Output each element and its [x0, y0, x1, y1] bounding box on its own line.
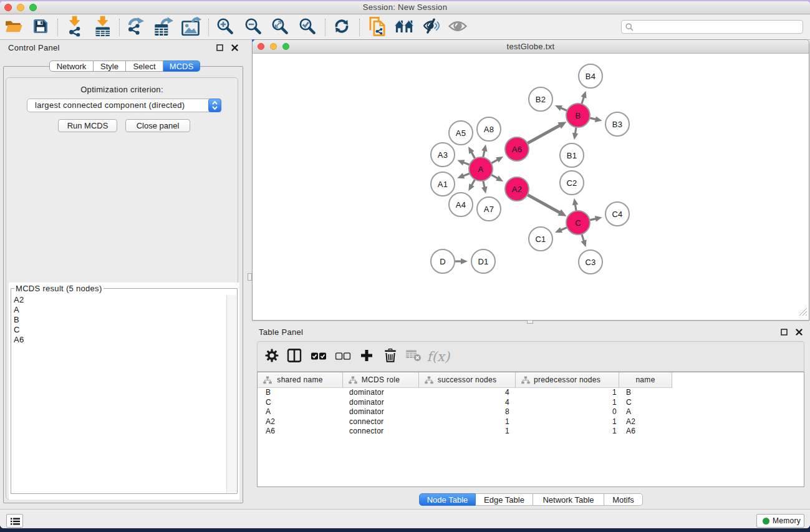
table-cell[interactable]: connector [343, 417, 419, 427]
zoom-traffic-light[interactable] [29, 4, 37, 11]
export-image-button[interactable] [181, 16, 201, 38]
zoom-in-button[interactable] [217, 17, 234, 37]
memory-button[interactable]: Memory [756, 514, 804, 528]
table-cell[interactable]: dominator [343, 388, 419, 398]
export-table-button[interactable] [155, 16, 174, 38]
graph-node-A3[interactable]: A3 [431, 143, 455, 167]
graph-node-B[interactable]: B [566, 104, 590, 127]
graph-node-A4[interactable]: A4 [449, 193, 473, 216]
table-cell[interactable]: A6 [258, 427, 343, 437]
search-input[interactable] [635, 21, 798, 32]
table-settings-button[interactable] [265, 349, 279, 365]
tab-network-table[interactable]: Network Table [533, 493, 604, 506]
zoom-fit-button[interactable] [272, 17, 289, 37]
splitter-handle-bottom[interactable] [527, 320, 533, 324]
graph-node-A7[interactable]: A7 [477, 197, 501, 221]
graph-node-B2[interactable]: B2 [529, 87, 552, 111]
app-titlebar[interactable]: Session: New Session [0, 1, 810, 14]
graph-node-A1[interactable]: A1 [431, 172, 455, 196]
tab-style[interactable]: Style [94, 60, 126, 72]
mcds-result-item[interactable]: B [12, 315, 226, 325]
tab-node-table[interactable]: Node Table [419, 493, 476, 506]
show-all-eye-button[interactable] [448, 19, 467, 35]
run-mcds-button[interactable]: Run MCDS [58, 119, 117, 132]
table-row[interactable]: A2connector11A2 [258, 417, 804, 427]
select-all-checkboxes-button[interactable] [311, 351, 327, 362]
hide-selected-eye-slash-button[interactable] [423, 18, 440, 36]
refresh-button[interactable] [334, 18, 350, 36]
table-cell[interactable]: 1 [516, 417, 619, 427]
zoom-out-button[interactable] [245, 17, 262, 37]
import-network-button[interactable] [67, 16, 83, 39]
table-cell[interactable]: C [619, 398, 672, 408]
graph-node-C[interactable]: C [566, 211, 590, 235]
table-cell[interactable]: A [258, 407, 343, 417]
graph-node-A2[interactable]: A2 [505, 177, 529, 201]
table-cell[interactable]: dominator [343, 398, 419, 408]
minimize-traffic-light[interactable] [17, 4, 24, 11]
tab-select[interactable]: Select [126, 60, 163, 72]
show-panels-list-button[interactable] [6, 514, 23, 528]
close-panel-icon[interactable] [796, 329, 803, 336]
column-header-MCDS-role[interactable]: MCDS role [343, 372, 419, 388]
table-cell[interactable]: 1 [516, 388, 619, 398]
table-row[interactable]: Cdominator41C [258, 398, 804, 408]
table-cell[interactable]: A2 [258, 417, 343, 427]
graph-node-B1[interactable]: B1 [560, 143, 584, 167]
table-cell[interactable]: A2 [619, 417, 672, 427]
graph-node-D[interactable]: D [431, 249, 455, 273]
delete-table-button[interactable] [406, 350, 422, 364]
table-cell[interactable]: 1 [516, 398, 619, 408]
graph-node-A6[interactable]: A6 [505, 137, 529, 161]
table-cell[interactable]: dominator [343, 407, 419, 417]
criterion-dropdown[interactable]: largest connected component (directed) [27, 99, 221, 112]
import-table-button[interactable] [95, 16, 111, 39]
graph-node-A8[interactable]: A8 [477, 117, 501, 141]
float-panel-icon[interactable] [781, 329, 788, 336]
table-cell[interactable]: 0 [516, 407, 619, 417]
graph-node-D1[interactable]: D1 [471, 249, 495, 273]
first-neighbors-button[interactable] [395, 19, 414, 36]
network-zoom-traffic-light[interactable] [282, 43, 289, 50]
export-network-button[interactable] [127, 16, 145, 38]
table-row[interactable]: Adominator80A [258, 407, 804, 417]
table-cell[interactable]: A6 [619, 427, 672, 437]
table-cell[interactable]: A [619, 407, 672, 417]
add-column-button[interactable] [361, 350, 373, 364]
close-panel-button[interactable]: Close panel [125, 119, 190, 132]
open-session-button[interactable] [5, 19, 22, 36]
network-close-traffic-light[interactable] [258, 43, 264, 50]
network-canvas[interactable]: B4B2BB3A5A8A6A3B1AC2A1A2A4A7C4CC1C3DD1 [253, 54, 809, 321]
table-cell[interactable]: connector [343, 427, 419, 437]
table-cell[interactable]: B [258, 388, 343, 398]
tab-motifs[interactable]: Motifs [604, 493, 643, 506]
split-columns-button[interactable] [287, 349, 302, 365]
tab-edge-table[interactable]: Edge Table [476, 493, 533, 506]
column-header-name[interactable]: name [619, 372, 672, 388]
delete-column-button[interactable] [384, 349, 397, 365]
graph-node-C3[interactable]: C3 [579, 250, 602, 274]
graph-node-B3[interactable]: B3 [605, 112, 629, 136]
column-header-shared-name[interactable]: shared name [258, 372, 343, 388]
graph-node-C4[interactable]: C4 [605, 202, 629, 226]
save-session-button[interactable] [32, 18, 49, 37]
duplicate-network-button[interactable] [369, 16, 386, 39]
graph-node-C2[interactable]: C2 [560, 171, 584, 195]
zoom-selected-button[interactable] [299, 17, 316, 37]
splitter-handle-left[interactable] [248, 273, 252, 281]
table-cell[interactable]: 4 [419, 388, 516, 398]
network-window-titlebar[interactable]: testGlobe.txt [253, 40, 809, 54]
table-row[interactable]: A6connector11A6 [258, 427, 804, 437]
mcds-result-item[interactable]: A [12, 305, 226, 315]
graph-node-B4[interactable]: B4 [579, 64, 602, 88]
table-cell[interactable]: 4 [419, 398, 516, 408]
graph-node-A[interactable]: A [469, 157, 493, 181]
table-cell[interactable]: 1 [419, 427, 516, 437]
mcds-result-list[interactable]: A2ABCA6 [12, 295, 226, 493]
network-graph[interactable]: B4B2BB3A5A8A6A3B1AC2A1A2A4A7C4CC1C3DD1 [253, 54, 809, 321]
column-header-successor-nodes[interactable]: successor nodes [419, 372, 516, 388]
table-cell[interactable]: C [258, 398, 343, 408]
table-cell[interactable]: 1 [516, 427, 619, 437]
deselect-all-checkboxes-button[interactable] [335, 351, 351, 362]
graph-node-C1[interactable]: C1 [529, 227, 552, 251]
